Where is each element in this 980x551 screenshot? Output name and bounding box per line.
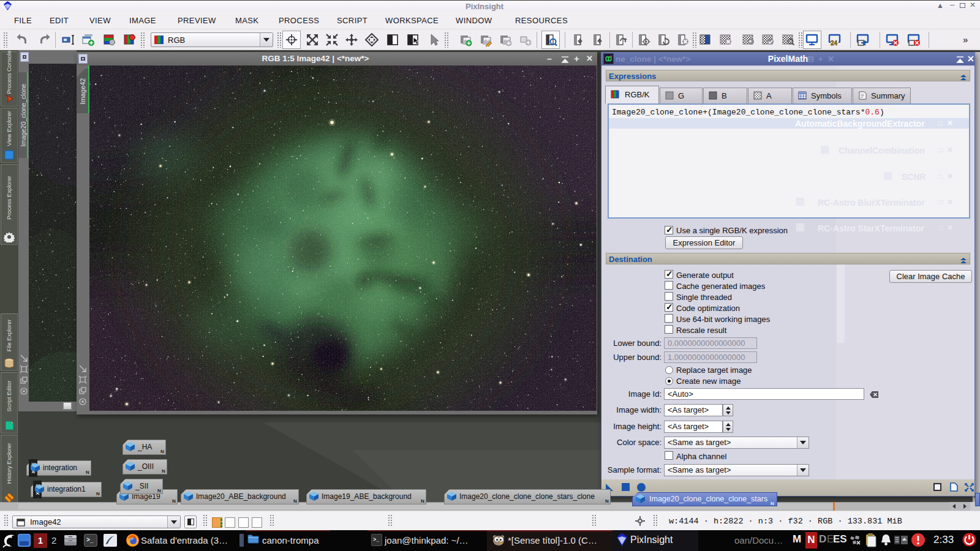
svg-text:View Explorer: View Explorer — [6, 110, 12, 146]
svg-text:Image42: Image42 — [79, 78, 86, 105]
svg-text:Process Console: Process Console — [6, 50, 12, 94]
svg-text:File Explorer: File Explorer — [6, 319, 12, 351]
svg-text:Process Explorer: Process Explorer — [6, 175, 12, 219]
svg-text:Image20_clone_clone: Image20_clone_clone — [20, 83, 27, 146]
svg-text:Script Editor: Script Editor — [6, 380, 12, 412]
svg-text:History Explorer: History Explorer — [6, 443, 12, 484]
svg-text:24: 24 — [831, 40, 838, 47]
